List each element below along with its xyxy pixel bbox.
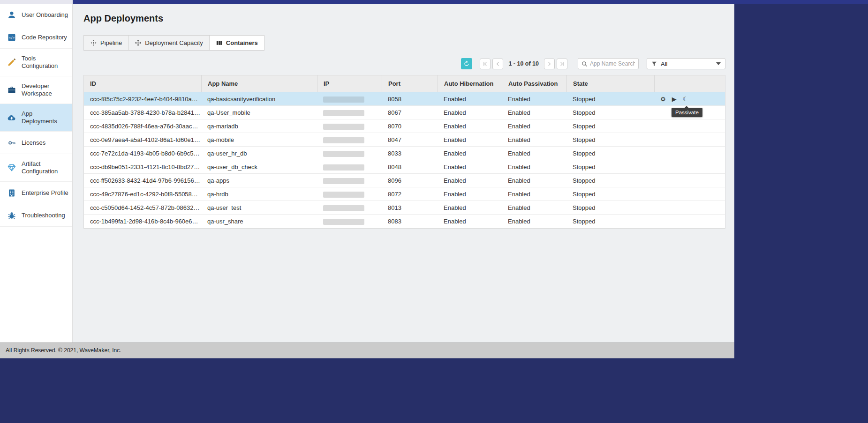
filter-selected-value: All [661,60,667,67]
table-row[interactable]: ccc-0e97aea4-a5af-4102-86a1-fd60e16… qa-… [84,133,725,147]
table-row[interactable]: ccc-7e72c1da-4193-4b05-b8d0-6b9c54… qa-u… [84,147,725,160]
cell-state: Stopped [566,109,654,116]
cell-id: ccc-c5050d64-1452-4c57-872b-086322… [84,204,201,211]
table-row[interactable]: ccc-49c27876-ed1c-4292-b0f8-550588… qa-h… [84,187,725,201]
last-page-button[interactable] [557,59,567,69]
column-header-actions [654,75,725,92]
settings-gear-icon[interactable]: ⚙ [660,96,666,102]
ip-redacted [323,137,364,143]
cell-ip [317,204,382,211]
ip-redacted [323,151,364,157]
cell-port: 8083 [382,218,438,225]
sidebar: User Onboarding </> Code Repository Tool… [0,4,73,342]
cell-auto-hibernation: Enabled [438,109,502,116]
table-row[interactable]: ccc-c5050d64-1452-4c57-872b-086322… qa-u… [84,201,725,215]
code-icon: </> [7,33,17,42]
cell-auto-hibernation: Enabled [438,96,502,103]
cell-app-name: qa-usr_share [201,218,317,225]
state-filter-dropdown[interactable]: All [647,58,725,69]
cell-id: ccc-4835d026-788f-46ea-a76d-30aac3… [84,123,201,130]
table-row[interactable]: ccc-385aa5ab-3788-4230-b78a-b2841c… qa-U… [84,106,725,119]
toolbar: 1 - 10 of 10 All [83,58,725,69]
sidebar-item-code-repository[interactable]: </> Code Repository [0,26,72,49]
sidebar-item-licenses[interactable]: Licenses [0,132,72,154]
key-icon [7,138,17,148]
cell-port: 8033 [382,150,438,157]
passivate-tooltip: Passivate [672,108,702,117]
cell-app-name: qa-apps [201,177,317,184]
cell-id: ccc-49c27876-ed1c-4292-b0f8-550588… [84,191,201,198]
cell-port: 8096 [382,177,438,184]
search-icon [581,61,588,67]
tab-deployment-capacity[interactable]: Deployment Capacity [128,35,210,51]
footer: All Rights Reserved. © 2021, WaveMaker, … [0,342,734,358]
cell-auto-hibernation: Enabled [438,177,502,184]
ip-redacted [323,164,364,171]
diamond-icon [7,163,17,172]
start-play-icon[interactable]: ▶ [672,96,677,102]
column-header-id: ID [84,75,201,92]
refresh-button[interactable] [461,58,472,69]
cell-auto-passivation: Enabled [502,177,566,184]
first-page-button[interactable] [480,59,491,69]
bug-icon [7,211,17,220]
cell-port: 8013 [382,204,438,211]
cloud-upload-icon [7,113,17,122]
next-page-button[interactable] [544,59,555,69]
user-icon [7,10,17,20]
cell-auto-passivation: Enabled [502,109,566,116]
first-page-icon [482,61,488,67]
cell-app-name: qa-User_mobile [201,109,317,116]
table-row[interactable]: ccc-f85c75c2-9232-4ee7-b404-9810a8… qa-b… [84,92,725,106]
cell-state: Stopped [566,96,654,103]
app-name-search-input[interactable] [590,60,635,67]
sidebar-item-label: Enterprise Profile [22,189,68,197]
cell-auto-passivation: Enabled [502,191,566,198]
prev-page-icon [495,61,501,67]
tab-pipeline[interactable]: Pipeline [83,35,128,51]
sidebar-item-enterprise-profile[interactable]: Enterprise Profile [0,182,72,204]
cell-ip [317,109,382,116]
sidebar-item-developer-workspace[interactable]: Developer Workspace [0,76,72,104]
cell-ip [317,149,382,156]
cell-ip [317,163,382,170]
column-header-app-name: App Name [201,75,317,92]
cell-state: Stopped [566,218,654,225]
cell-app-name: qa-mariadb [201,123,317,130]
table-row[interactable]: ccc-1b499fa1-2d98-416b-8c4b-960e68… qa-u… [84,215,725,228]
tab-label: Pipeline [100,39,122,46]
cell-auto-passivation: Enabled [502,204,566,211]
table-row[interactable]: ccc-ff502633-8432-41d4-97b6-996156… qa-a… [84,174,725,187]
cell-auto-hibernation: Enabled [438,163,502,171]
cell-id: ccc-ff502633-8432-41d4-97b6-996156… [84,177,201,184]
sidebar-item-label: Code Repository [22,34,67,41]
sidebar-item-user-onboarding[interactable]: User Onboarding [0,4,72,26]
cell-port: 8058 [382,96,438,103]
last-page-icon [559,61,565,67]
prev-page-button[interactable] [492,59,503,69]
table-header-row: ID App Name IP Port Auto Hibernation Aut… [84,75,725,92]
svg-text:</>: </> [9,35,15,39]
top-frame-strip-left [0,0,73,4]
column-header-auto-hibernation: Auto Hibernation [438,75,502,92]
sidebar-item-troubleshooting[interactable]: Troubleshooting [0,204,72,227]
tab-containers[interactable]: Containers [209,35,264,51]
sidebar-item-artifact-configuration[interactable]: Artifact Configuration [0,154,72,182]
cell-app-name: qa-user_hr_db [201,150,317,157]
table-row[interactable]: ccc-4835d026-788f-46ea-a76d-30aac3… qa-m… [84,119,725,133]
cell-port: 8070 [382,123,438,130]
cell-app-name: qa-user_db_check [201,163,317,171]
sidebar-item-app-deployments[interactable]: App Deployments [0,104,72,132]
sidebar-item-label: User Onboarding [22,11,68,19]
page-title: App Deployments [83,13,725,24]
tools-icon [7,58,17,67]
sidebar-item-tools-configuration[interactable]: Tools Configuration [0,49,72,76]
cell-id: ccc-f85c75c2-9232-4ee7-b404-9810a8… [84,96,201,103]
ip-redacted [323,96,364,103]
ip-redacted [323,205,364,211]
cell-auto-hibernation: Enabled [438,191,502,198]
search-box [578,58,639,69]
top-frame-strip [0,0,868,4]
passivate-moon-icon[interactable]: ☾ [683,96,688,102]
table-row[interactable]: ccc-db9be051-2331-4121-8c10-8bd277… qa-u… [84,160,725,174]
